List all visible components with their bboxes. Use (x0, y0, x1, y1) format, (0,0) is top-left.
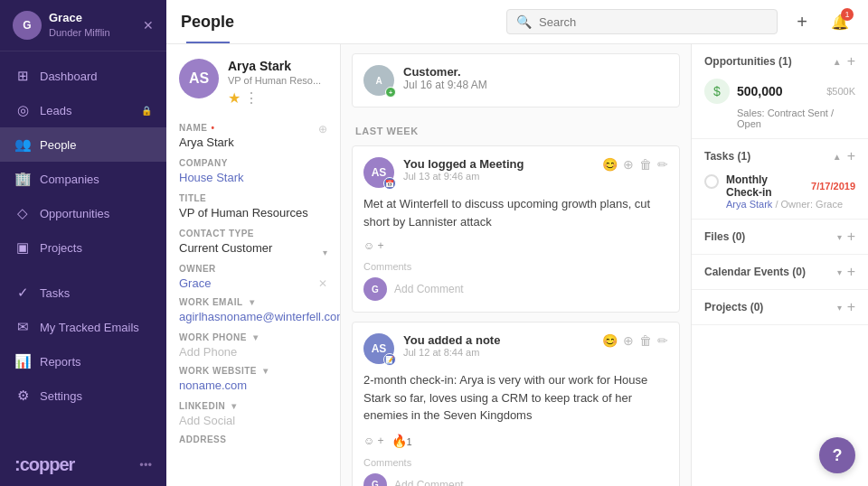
sidebar-item-dashboard[interactable]: ⊞ Dashboard (0, 59, 166, 93)
top-card-title: Customer. (403, 65, 487, 79)
sidebar-item-people[interactable]: 👥 People (0, 127, 166, 162)
calendar-header[interactable]: Calendar Events (0) ▾ + (704, 264, 855, 280)
work-phone-label: Work Phone ▾ (179, 332, 327, 342)
calendar-chevron-icon[interactable]: ▾ (837, 267, 842, 277)
note-actions: 😊 ⊕ 🗑 ✏ (602, 333, 668, 348)
sidebar-item-label: Dashboard (40, 70, 98, 83)
work-website-label: Work Website ▾ (179, 366, 327, 376)
search-input[interactable] (539, 15, 768, 29)
sidebar-nav: ⊞ Dashboard ◎ Leads 🔒 👥 People 🏢 Compani… (0, 51, 166, 444)
close-icon[interactable]: ✕ (143, 18, 154, 33)
linkedin-dropdown[interactable]: ▾ (231, 401, 237, 411)
delete-button[interactable]: 🗑 (639, 157, 652, 172)
copy-icon[interactable]: ⊕ (318, 123, 327, 136)
projects-title: Projects (0) (704, 301, 763, 313)
sidebar-item-tracked-emails[interactable]: ✉ My Tracked Emails (0, 310, 166, 344)
add-project-button[interactable]: + (847, 299, 855, 315)
delete-button-note[interactable]: 🗑 (639, 333, 652, 348)
tasks-actions: ▲ + (833, 148, 855, 164)
notifications-button[interactable]: 🔔 1 (826, 8, 854, 35)
lock-icon: 🔒 (141, 106, 152, 116)
contact-actions: ★ ⋮ (228, 89, 327, 107)
add-reaction-button[interactable]: ☺ + (363, 239, 384, 252)
attach-button-note[interactable]: ⊕ (623, 333, 634, 348)
activity-meta: You logged a Meeting Jul 13 at 9:46 am (403, 157, 593, 182)
sidebar-item-projects[interactable]: ▣ Projects (0, 230, 166, 265)
more-actions-button[interactable]: ⋮ (244, 89, 259, 107)
add-button[interactable]: + (788, 8, 816, 35)
projects-section: Projects (0) ▾ + (692, 290, 868, 325)
reactions-row: ☺ + (363, 239, 668, 252)
edit-button-note[interactable]: ✏ (657, 333, 668, 348)
sidebar-item-companies[interactable]: 🏢 Companies (0, 162, 166, 196)
people-icon: 👥 (14, 136, 31, 153)
files-header[interactable]: Files (0) ▾ + (704, 229, 855, 245)
opportunity-amount: 500,000 (737, 84, 826, 98)
company-field-value[interactable]: House Stark (179, 171, 327, 184)
projects-header[interactable]: Projects (0) ▾ + (704, 299, 855, 315)
fire-reaction[interactable]: 🔥1 (392, 434, 412, 448)
projects-actions: ▾ + (837, 299, 855, 315)
add-reaction-btn-note[interactable]: ☺ + (363, 435, 384, 447)
activity-card-note: AS 📝 You added a note Jul 12 at 8:44 am … (352, 322, 680, 486)
page-title: People (181, 13, 234, 32)
contact-type-label: Contact Type (179, 229, 327, 238)
comment-input[interactable]: Add Comment (394, 283, 464, 295)
note-comment-row: G Add Comment (363, 473, 668, 487)
note-comment-input[interactable]: Add Comment (394, 479, 464, 487)
task-owner-link[interactable]: Arya Stark (726, 199, 772, 210)
attach-button[interactable]: ⊕ (623, 157, 634, 172)
user-profile[interactable]: G Grace Dunder Mifflin (13, 11, 110, 40)
comments-label: Comments (363, 261, 668, 272)
comment-row: G Add Comment (363, 277, 668, 301)
work-phone-dropdown[interactable]: ▾ (253, 332, 259, 342)
work-website-value: noname.com (179, 379, 327, 392)
content-row: AS Arya Stark VP of Human Reso... ★ ⋮ Na… (166, 44, 868, 486)
emoji-button[interactable]: 😊 (602, 157, 618, 172)
contact-type-value: Current Customer (179, 241, 272, 255)
dropdown-icon[interactable]: ▾ (323, 248, 327, 257)
activity-time: Jul 13 at 9:46 am (403, 171, 593, 182)
sidebar-item-label: Projects (40, 241, 82, 255)
address-label: Address (179, 435, 327, 444)
opportunities-header[interactable]: Opportunities (1) ▲ + (704, 53, 855, 70)
files-chevron-icon[interactable]: ▾ (837, 232, 842, 242)
work-phone-placeholder[interactable]: Add Phone (179, 345, 327, 359)
task-complete-circle[interactable] (704, 174, 719, 189)
linkedin-placeholder[interactable]: Add Social (179, 414, 327, 427)
sidebar-item-reports[interactable]: 📊 Reports (0, 344, 166, 379)
add-event-button[interactable]: + (847, 264, 855, 280)
main-content: People 🔍 + 🔔 1 AS Arya Stark VP of Human… (166, 0, 868, 486)
sidebar-header: G Grace Dunder Mifflin ✕ (0, 0, 166, 51)
edit-button[interactable]: ✏ (657, 157, 668, 172)
opportunity-item: $ 500,000 $500K Sales: Contract Sent / O… (704, 79, 855, 129)
note-reactions: ☺ + 🔥1 (363, 434, 668, 448)
star-button[interactable]: ★ (228, 89, 241, 107)
sidebar-item-settings[interactable]: ⚙ Settings (0, 379, 166, 413)
more-options-icon[interactable]: ••• (139, 458, 152, 472)
opportunities-icon: ◇ (14, 205, 31, 221)
tasks-header[interactable]: Tasks (1) ▲ + (704, 148, 855, 164)
work-email-value: agirlhasnoname@winterfell.com (179, 310, 327, 323)
sidebar-item-leads[interactable]: ◎ Leads 🔒 (0, 93, 166, 127)
emoji-button-note[interactable]: 😊 (602, 333, 618, 348)
status-badge: + (385, 87, 396, 98)
projects-chevron-icon[interactable]: ▾ (837, 303, 842, 313)
sidebar-item-tasks[interactable]: ✓ Tasks (0, 276, 166, 310)
add-opportunity-button[interactable]: + (847, 53, 855, 70)
leads-icon: ◎ (14, 102, 31, 118)
work-email-dropdown[interactable]: ▾ (250, 297, 255, 307)
chevron-up-icon[interactable]: ▲ (833, 57, 842, 67)
sidebar-item-opportunities[interactable]: ◇ Opportunities (0, 196, 166, 230)
work-website-dropdown[interactable]: ▾ (263, 366, 269, 376)
search-box[interactable]: 🔍 (506, 9, 778, 34)
title-field-label: Title (179, 193, 327, 203)
tasks-chevron-icon[interactable]: ▲ (833, 152, 842, 162)
activity-avatar-note: AS 📝 (363, 333, 394, 364)
settings-icon: ⚙ (14, 388, 31, 404)
help-button[interactable]: ? (819, 437, 855, 473)
add-task-button[interactable]: + (847, 148, 855, 164)
opportunities-section: Opportunities (1) ▲ + $ 500,000 (692, 44, 868, 139)
clear-owner-button[interactable]: ✕ (318, 277, 327, 290)
add-file-button[interactable]: + (847, 229, 855, 245)
